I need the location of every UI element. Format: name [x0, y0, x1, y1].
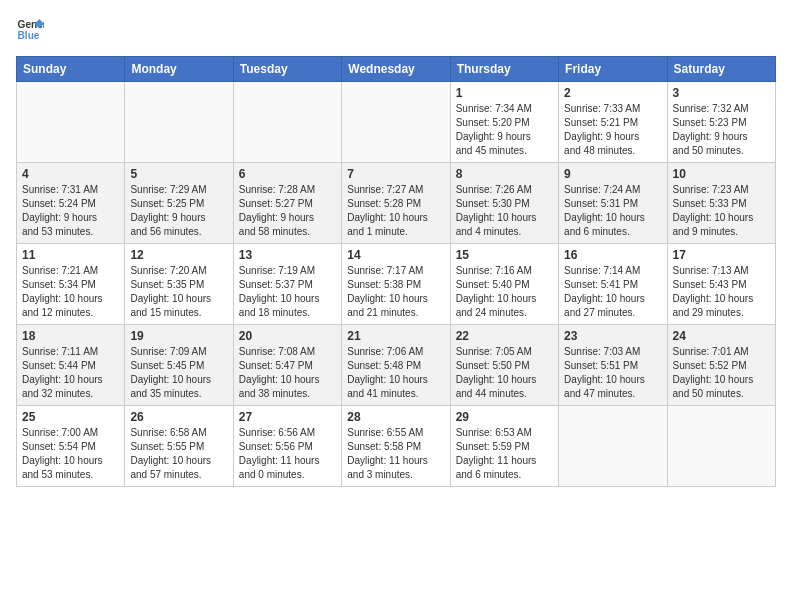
- calendar-cell: 14Sunrise: 7:17 AM Sunset: 5:38 PM Dayli…: [342, 244, 450, 325]
- day-info: Sunrise: 7:06 AM Sunset: 5:48 PM Dayligh…: [347, 345, 444, 401]
- day-number: 26: [130, 410, 227, 424]
- day-info: Sunrise: 7:03 AM Sunset: 5:51 PM Dayligh…: [564, 345, 661, 401]
- calendar-cell: [125, 82, 233, 163]
- calendar-week-5: 25Sunrise: 7:00 AM Sunset: 5:54 PM Dayli…: [17, 406, 776, 487]
- day-info: Sunrise: 7:09 AM Sunset: 5:45 PM Dayligh…: [130, 345, 227, 401]
- day-number: 8: [456, 167, 553, 181]
- day-number: 17: [673, 248, 770, 262]
- calendar-cell: [17, 82, 125, 163]
- day-number: 27: [239, 410, 336, 424]
- day-number: 25: [22, 410, 119, 424]
- day-info: Sunrise: 7:01 AM Sunset: 5:52 PM Dayligh…: [673, 345, 770, 401]
- day-info: Sunrise: 7:14 AM Sunset: 5:41 PM Dayligh…: [564, 264, 661, 320]
- day-info: Sunrise: 6:56 AM Sunset: 5:56 PM Dayligh…: [239, 426, 336, 482]
- day-info: Sunrise: 7:17 AM Sunset: 5:38 PM Dayligh…: [347, 264, 444, 320]
- svg-text:Blue: Blue: [18, 30, 40, 41]
- calendar-week-1: 1Sunrise: 7:34 AM Sunset: 5:20 PM Daylig…: [17, 82, 776, 163]
- col-header-saturday: Saturday: [667, 57, 775, 82]
- day-number: 22: [456, 329, 553, 343]
- col-header-tuesday: Tuesday: [233, 57, 341, 82]
- day-info: Sunrise: 7:20 AM Sunset: 5:35 PM Dayligh…: [130, 264, 227, 320]
- calendar-cell: 15Sunrise: 7:16 AM Sunset: 5:40 PM Dayli…: [450, 244, 558, 325]
- col-header-wednesday: Wednesday: [342, 57, 450, 82]
- day-info: Sunrise: 7:05 AM Sunset: 5:50 PM Dayligh…: [456, 345, 553, 401]
- day-number: 12: [130, 248, 227, 262]
- calendar-cell: 18Sunrise: 7:11 AM Sunset: 5:44 PM Dayli…: [17, 325, 125, 406]
- day-info: Sunrise: 7:21 AM Sunset: 5:34 PM Dayligh…: [22, 264, 119, 320]
- calendar-week-3: 11Sunrise: 7:21 AM Sunset: 5:34 PM Dayli…: [17, 244, 776, 325]
- calendar-cell: 4Sunrise: 7:31 AM Sunset: 5:24 PM Daylig…: [17, 163, 125, 244]
- day-info: Sunrise: 6:58 AM Sunset: 5:55 PM Dayligh…: [130, 426, 227, 482]
- calendar-cell: 27Sunrise: 6:56 AM Sunset: 5:56 PM Dayli…: [233, 406, 341, 487]
- calendar-cell: 9Sunrise: 7:24 AM Sunset: 5:31 PM Daylig…: [559, 163, 667, 244]
- day-info: Sunrise: 7:11 AM Sunset: 5:44 PM Dayligh…: [22, 345, 119, 401]
- day-number: 19: [130, 329, 227, 343]
- calendar-cell: 21Sunrise: 7:06 AM Sunset: 5:48 PM Dayli…: [342, 325, 450, 406]
- calendar-cell: 16Sunrise: 7:14 AM Sunset: 5:41 PM Dayli…: [559, 244, 667, 325]
- day-number: 5: [130, 167, 227, 181]
- day-info: Sunrise: 7:13 AM Sunset: 5:43 PM Dayligh…: [673, 264, 770, 320]
- logo-icon: General Blue: [16, 16, 44, 44]
- calendar-cell: 1Sunrise: 7:34 AM Sunset: 5:20 PM Daylig…: [450, 82, 558, 163]
- calendar-cell: 11Sunrise: 7:21 AM Sunset: 5:34 PM Dayli…: [17, 244, 125, 325]
- calendar-cell: 6Sunrise: 7:28 AM Sunset: 5:27 PM Daylig…: [233, 163, 341, 244]
- day-info: Sunrise: 7:24 AM Sunset: 5:31 PM Dayligh…: [564, 183, 661, 239]
- calendar-cell: 25Sunrise: 7:00 AM Sunset: 5:54 PM Dayli…: [17, 406, 125, 487]
- calendar-cell: 22Sunrise: 7:05 AM Sunset: 5:50 PM Dayli…: [450, 325, 558, 406]
- calendar-cell: 26Sunrise: 6:58 AM Sunset: 5:55 PM Dayli…: [125, 406, 233, 487]
- calendar-cell: 3Sunrise: 7:32 AM Sunset: 5:23 PM Daylig…: [667, 82, 775, 163]
- day-info: Sunrise: 7:27 AM Sunset: 5:28 PM Dayligh…: [347, 183, 444, 239]
- calendar-cell: 29Sunrise: 6:53 AM Sunset: 5:59 PM Dayli…: [450, 406, 558, 487]
- calendar-cell: [233, 82, 341, 163]
- day-info: Sunrise: 7:08 AM Sunset: 5:47 PM Dayligh…: [239, 345, 336, 401]
- calendar-header-row: SundayMondayTuesdayWednesdayThursdayFrid…: [17, 57, 776, 82]
- day-number: 10: [673, 167, 770, 181]
- calendar-cell: 17Sunrise: 7:13 AM Sunset: 5:43 PM Dayli…: [667, 244, 775, 325]
- day-number: 7: [347, 167, 444, 181]
- day-number: 15: [456, 248, 553, 262]
- day-number: 18: [22, 329, 119, 343]
- day-info: Sunrise: 7:33 AM Sunset: 5:21 PM Dayligh…: [564, 102, 661, 158]
- calendar-cell: [667, 406, 775, 487]
- day-info: Sunrise: 7:19 AM Sunset: 5:37 PM Dayligh…: [239, 264, 336, 320]
- day-info: Sunrise: 7:31 AM Sunset: 5:24 PM Dayligh…: [22, 183, 119, 239]
- day-number: 28: [347, 410, 444, 424]
- page-header: General Blue: [16, 16, 776, 44]
- calendar-table: SundayMondayTuesdayWednesdayThursdayFrid…: [16, 56, 776, 487]
- calendar-cell: 10Sunrise: 7:23 AM Sunset: 5:33 PM Dayli…: [667, 163, 775, 244]
- calendar-cell: 23Sunrise: 7:03 AM Sunset: 5:51 PM Dayli…: [559, 325, 667, 406]
- day-number: 11: [22, 248, 119, 262]
- day-info: Sunrise: 6:55 AM Sunset: 5:58 PM Dayligh…: [347, 426, 444, 482]
- day-number: 6: [239, 167, 336, 181]
- day-number: 20: [239, 329, 336, 343]
- day-number: 24: [673, 329, 770, 343]
- day-info: Sunrise: 7:16 AM Sunset: 5:40 PM Dayligh…: [456, 264, 553, 320]
- calendar-cell: 8Sunrise: 7:26 AM Sunset: 5:30 PM Daylig…: [450, 163, 558, 244]
- day-number: 1: [456, 86, 553, 100]
- col-header-friday: Friday: [559, 57, 667, 82]
- day-info: Sunrise: 7:29 AM Sunset: 5:25 PM Dayligh…: [130, 183, 227, 239]
- day-info: Sunrise: 7:00 AM Sunset: 5:54 PM Dayligh…: [22, 426, 119, 482]
- day-info: Sunrise: 7:23 AM Sunset: 5:33 PM Dayligh…: [673, 183, 770, 239]
- col-header-thursday: Thursday: [450, 57, 558, 82]
- col-header-sunday: Sunday: [17, 57, 125, 82]
- day-number: 2: [564, 86, 661, 100]
- calendar-cell: 2Sunrise: 7:33 AM Sunset: 5:21 PM Daylig…: [559, 82, 667, 163]
- logo: General Blue: [16, 16, 48, 44]
- day-number: 23: [564, 329, 661, 343]
- calendar-week-2: 4Sunrise: 7:31 AM Sunset: 5:24 PM Daylig…: [17, 163, 776, 244]
- day-info: Sunrise: 7:26 AM Sunset: 5:30 PM Dayligh…: [456, 183, 553, 239]
- day-number: 14: [347, 248, 444, 262]
- calendar-cell: 13Sunrise: 7:19 AM Sunset: 5:37 PM Dayli…: [233, 244, 341, 325]
- day-number: 13: [239, 248, 336, 262]
- day-info: Sunrise: 6:53 AM Sunset: 5:59 PM Dayligh…: [456, 426, 553, 482]
- col-header-monday: Monday: [125, 57, 233, 82]
- calendar-cell: 7Sunrise: 7:27 AM Sunset: 5:28 PM Daylig…: [342, 163, 450, 244]
- calendar-cell: 19Sunrise: 7:09 AM Sunset: 5:45 PM Dayli…: [125, 325, 233, 406]
- calendar-cell: 24Sunrise: 7:01 AM Sunset: 5:52 PM Dayli…: [667, 325, 775, 406]
- day-number: 21: [347, 329, 444, 343]
- day-number: 4: [22, 167, 119, 181]
- day-info: Sunrise: 7:34 AM Sunset: 5:20 PM Dayligh…: [456, 102, 553, 158]
- calendar-cell: 12Sunrise: 7:20 AM Sunset: 5:35 PM Dayli…: [125, 244, 233, 325]
- calendar-cell: 5Sunrise: 7:29 AM Sunset: 5:25 PM Daylig…: [125, 163, 233, 244]
